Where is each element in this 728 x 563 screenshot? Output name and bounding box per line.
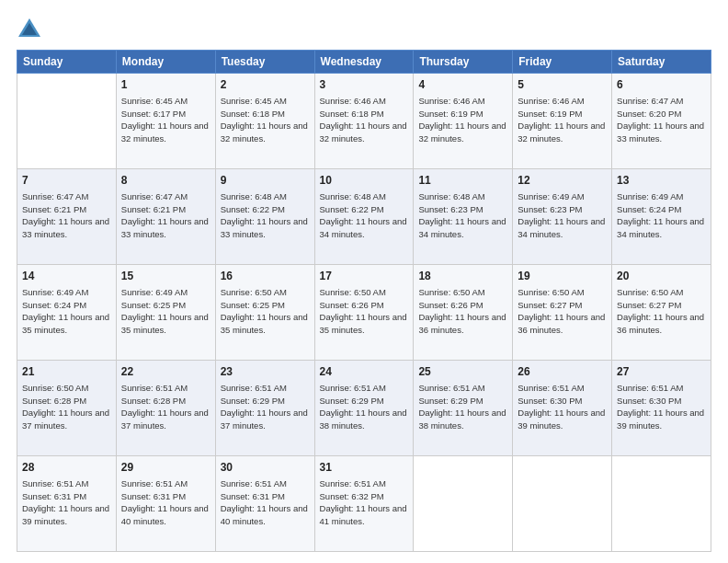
calendar-cell: 1Sunrise: 6:45 AMSunset: 6:17 PMDaylight… bbox=[116, 74, 215, 169]
day-number: 20 bbox=[617, 269, 706, 284]
day-number: 16 bbox=[221, 269, 310, 284]
calendar-cell: 28Sunrise: 6:51 AMSunset: 6:31 PMDayligh… bbox=[17, 456, 117, 552]
cell-details: Sunrise: 6:45 AMSunset: 6:18 PMDaylight:… bbox=[221, 95, 310, 145]
calendar-cell bbox=[17, 74, 117, 169]
day-number: 23 bbox=[221, 364, 310, 380]
cell-details: Sunrise: 6:50 AMSunset: 6:26 PMDaylight:… bbox=[418, 286, 507, 337]
cell-details: Sunrise: 6:50 AMSunset: 6:25 PMDaylight:… bbox=[221, 286, 310, 337]
cell-details: Sunrise: 6:46 AMSunset: 6:19 PMDaylight:… bbox=[418, 95, 507, 145]
calendar-cell: 31Sunrise: 6:51 AMSunset: 6:32 PMDayligh… bbox=[314, 456, 414, 552]
calendar-cell: 20Sunrise: 6:50 AMSunset: 6:27 PMDayligh… bbox=[612, 265, 711, 361]
calendar-cell: 4Sunrise: 6:46 AMSunset: 6:19 PMDaylight… bbox=[414, 74, 513, 169]
week-row-3: 14Sunrise: 6:49 AMSunset: 6:24 PMDayligh… bbox=[17, 265, 711, 361]
cell-details: Sunrise: 6:51 AMSunset: 6:28 PMDaylight:… bbox=[121, 382, 210, 432]
weekday-sunday: Sunday bbox=[17, 51, 117, 74]
calendar-cell: 10Sunrise: 6:48 AMSunset: 6:22 PMDayligh… bbox=[314, 169, 414, 265]
calendar-cell: 17Sunrise: 6:50 AMSunset: 6:26 PMDayligh… bbox=[314, 265, 414, 361]
cell-details: Sunrise: 6:47 AMSunset: 6:21 PMDaylight:… bbox=[22, 190, 111, 241]
cell-details: Sunrise: 6:50 AMSunset: 6:28 PMDaylight:… bbox=[22, 382, 111, 432]
calendar-cell: 16Sunrise: 6:50 AMSunset: 6:25 PMDayligh… bbox=[215, 265, 314, 361]
cell-details: Sunrise: 6:47 AMSunset: 6:20 PMDaylight:… bbox=[617, 95, 706, 145]
calendar-cell: 29Sunrise: 6:51 AMSunset: 6:31 PMDayligh… bbox=[116, 456, 215, 552]
logo bbox=[17, 17, 46, 42]
day-number: 13 bbox=[617, 173, 706, 189]
calendar-cell: 23Sunrise: 6:51 AMSunset: 6:29 PMDayligh… bbox=[215, 361, 314, 456]
calendar-cell: 13Sunrise: 6:49 AMSunset: 6:24 PMDayligh… bbox=[612, 169, 711, 265]
cell-details: Sunrise: 6:46 AMSunset: 6:19 PMDaylight:… bbox=[518, 95, 607, 145]
cell-details: Sunrise: 6:50 AMSunset: 6:26 PMDaylight:… bbox=[320, 286, 409, 337]
day-number: 17 bbox=[320, 269, 409, 284]
day-number: 28 bbox=[22, 460, 111, 476]
calendar-cell: 27Sunrise: 6:51 AMSunset: 6:30 PMDayligh… bbox=[612, 361, 711, 456]
weekday-monday: Monday bbox=[116, 51, 215, 74]
day-number: 27 bbox=[617, 364, 706, 380]
day-number: 10 bbox=[320, 173, 409, 189]
day-number: 12 bbox=[518, 173, 607, 189]
cell-details: Sunrise: 6:51 AMSunset: 6:29 PMDaylight:… bbox=[221, 382, 310, 432]
cell-details: Sunrise: 6:51 AMSunset: 6:29 PMDaylight:… bbox=[320, 382, 409, 432]
day-number: 25 bbox=[418, 364, 507, 380]
week-row-4: 21Sunrise: 6:50 AMSunset: 6:28 PMDayligh… bbox=[17, 361, 711, 456]
day-number: 24 bbox=[320, 364, 409, 380]
calendar-cell: 11Sunrise: 6:48 AMSunset: 6:23 PMDayligh… bbox=[414, 169, 513, 265]
day-number: 22 bbox=[121, 364, 210, 380]
cell-details: Sunrise: 6:51 AMSunset: 6:31 PMDaylight:… bbox=[22, 477, 111, 528]
calendar-cell: 19Sunrise: 6:50 AMSunset: 6:27 PMDayligh… bbox=[513, 265, 612, 361]
day-number: 8 bbox=[121, 173, 210, 189]
calendar-header: SundayMondayTuesdayWednesdayThursdayFrid… bbox=[17, 51, 711, 74]
day-number: 1 bbox=[121, 77, 210, 93]
cell-details: Sunrise: 6:46 AMSunset: 6:18 PMDaylight:… bbox=[320, 95, 409, 145]
calendar-cell bbox=[513, 456, 612, 552]
header bbox=[17, 17, 711, 42]
logo-icon bbox=[17, 17, 42, 42]
weekday-wednesday: Wednesday bbox=[314, 51, 414, 74]
cell-details: Sunrise: 6:50 AMSunset: 6:27 PMDaylight:… bbox=[617, 286, 706, 337]
cell-details: Sunrise: 6:51 AMSunset: 6:32 PMDaylight:… bbox=[320, 477, 409, 528]
cell-details: Sunrise: 6:48 AMSunset: 6:22 PMDaylight:… bbox=[221, 190, 310, 241]
calendar-cell: 25Sunrise: 6:51 AMSunset: 6:29 PMDayligh… bbox=[414, 361, 513, 456]
calendar-cell: 9Sunrise: 6:48 AMSunset: 6:22 PMDaylight… bbox=[215, 169, 314, 265]
cell-details: Sunrise: 6:48 AMSunset: 6:22 PMDaylight:… bbox=[320, 190, 409, 241]
day-number: 2 bbox=[221, 77, 310, 93]
weekday-friday: Friday bbox=[513, 51, 612, 74]
calendar-cell: 21Sunrise: 6:50 AMSunset: 6:28 PMDayligh… bbox=[17, 361, 117, 456]
cell-details: Sunrise: 6:49 AMSunset: 6:24 PMDaylight:… bbox=[22, 286, 111, 337]
day-number: 30 bbox=[221, 460, 310, 476]
day-number: 9 bbox=[221, 173, 310, 189]
calendar-cell: 8Sunrise: 6:47 AMSunset: 6:21 PMDaylight… bbox=[116, 169, 215, 265]
weekday-tuesday: Tuesday bbox=[215, 51, 314, 74]
calendar-cell: 5Sunrise: 6:46 AMSunset: 6:19 PMDaylight… bbox=[513, 74, 612, 169]
day-number: 4 bbox=[418, 77, 507, 93]
calendar-cell bbox=[612, 456, 711, 552]
calendar-cell: 22Sunrise: 6:51 AMSunset: 6:28 PMDayligh… bbox=[116, 361, 215, 456]
cell-details: Sunrise: 6:48 AMSunset: 6:23 PMDaylight:… bbox=[418, 190, 507, 241]
cell-details: Sunrise: 6:45 AMSunset: 6:17 PMDaylight:… bbox=[121, 95, 210, 145]
day-number: 7 bbox=[22, 173, 111, 189]
cell-details: Sunrise: 6:50 AMSunset: 6:27 PMDaylight:… bbox=[518, 286, 607, 337]
weekday-saturday: Saturday bbox=[612, 51, 711, 74]
calendar-cell: 18Sunrise: 6:50 AMSunset: 6:26 PMDayligh… bbox=[414, 265, 513, 361]
cell-details: Sunrise: 6:51 AMSunset: 6:30 PMDaylight:… bbox=[617, 382, 706, 432]
weekday-row: SundayMondayTuesdayWednesdayThursdayFrid… bbox=[17, 51, 711, 74]
calendar-cell: 15Sunrise: 6:49 AMSunset: 6:25 PMDayligh… bbox=[116, 265, 215, 361]
weekday-thursday: Thursday bbox=[414, 51, 513, 74]
cell-details: Sunrise: 6:49 AMSunset: 6:23 PMDaylight:… bbox=[518, 190, 607, 241]
day-number: 26 bbox=[518, 364, 607, 380]
day-number: 31 bbox=[320, 460, 409, 476]
cell-details: Sunrise: 6:51 AMSunset: 6:31 PMDaylight:… bbox=[221, 477, 310, 528]
calendar-cell: 24Sunrise: 6:51 AMSunset: 6:29 PMDayligh… bbox=[314, 361, 414, 456]
page: SundayMondayTuesdayWednesdayThursdayFrid… bbox=[0, 0, 728, 563]
cell-details: Sunrise: 6:47 AMSunset: 6:21 PMDaylight:… bbox=[121, 190, 210, 241]
day-number: 21 bbox=[22, 364, 111, 380]
calendar-cell: 14Sunrise: 6:49 AMSunset: 6:24 PMDayligh… bbox=[17, 265, 117, 361]
cell-details: Sunrise: 6:51 AMSunset: 6:29 PMDaylight:… bbox=[418, 382, 507, 432]
day-number: 11 bbox=[418, 173, 507, 189]
cell-details: Sunrise: 6:49 AMSunset: 6:25 PMDaylight:… bbox=[121, 286, 210, 337]
week-row-5: 28Sunrise: 6:51 AMSunset: 6:31 PMDayligh… bbox=[17, 456, 711, 552]
day-number: 19 bbox=[518, 269, 607, 284]
cell-details: Sunrise: 6:51 AMSunset: 6:30 PMDaylight:… bbox=[518, 382, 607, 432]
calendar-cell: 3Sunrise: 6:46 AMSunset: 6:18 PMDaylight… bbox=[314, 74, 414, 169]
calendar-cell: 26Sunrise: 6:51 AMSunset: 6:30 PMDayligh… bbox=[513, 361, 612, 456]
calendar-table: SundayMondayTuesdayWednesdayThursdayFrid… bbox=[17, 50, 711, 552]
day-number: 5 bbox=[518, 77, 607, 93]
